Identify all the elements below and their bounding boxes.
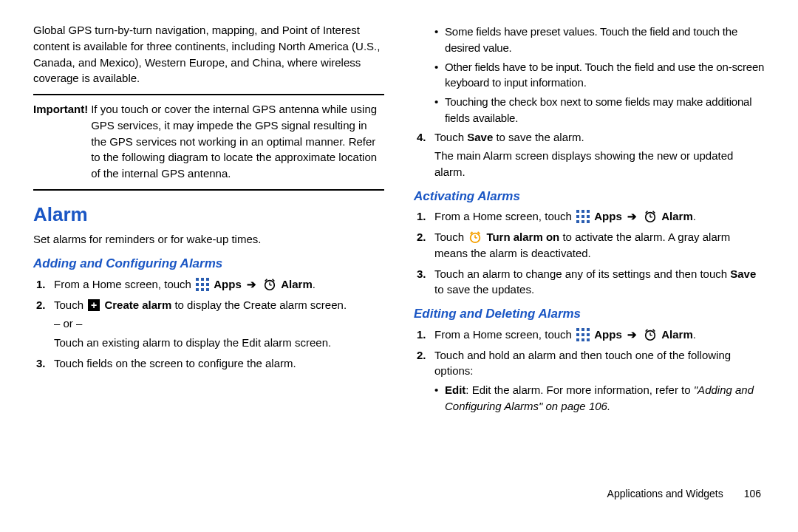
save-label: Save [467,131,493,143]
alarm-label: Alarm [281,278,313,290]
arrow-icon: ➔ [627,328,637,341]
field-notes-list: Some fields have preset values. Touch th… [434,24,765,126]
heading-activating: Activating Alarms [414,188,765,206]
edit-option-edit: Edit: Edit the alarm. For more informati… [434,382,765,415]
step4-result: The main Alarm screen displays showing t… [434,148,765,180]
important-note-box: Important! If you touch or cover the int… [33,94,384,191]
chapter-title: Applications and Widgets [607,488,723,499]
adding-step-2: Touch + Create alarm to display the Crea… [33,297,384,351]
create-alarm-label: Create alarm [104,299,171,311]
field-note-2: Other fields have to be input. Touch the… [434,59,765,92]
field-note-1: Some fields have preset values. Touch th… [434,24,765,56]
adding-steps-list: From a Home screen, touch Apps ➔ Alarm. … [33,276,384,372]
clock-icon [263,278,276,291]
heading-adding: Adding and Configuring Alarms [33,255,384,273]
or-divider: – or – [54,316,384,332]
activating-step-3: Touch an alarm to change any of its sett… [414,266,765,299]
arrow-icon: ➔ [627,210,637,222]
activating-steps-list: From a Home screen, touch Apps ➔ Alarm. … [414,208,765,298]
activating-step-2: Touch Turn alarm on to activate the alar… [414,229,765,262]
adding-step-4-list: Touch Save to save the alarm. The main A… [414,129,765,180]
heading-editing: Editing and Deleting Alarms [414,305,765,324]
adding-step-4: Touch Save to save the alarm. The main A… [414,129,765,180]
column-right: Some fields have preset values. Touch th… [414,22,765,480]
intro-paragraph: Global GPS turn-by-turn navigation, mapp… [33,22,384,86]
column-left: Global GPS turn-by-turn navigation, mapp… [33,22,384,480]
apps-icon [196,278,209,291]
alarm-subtext: Set alarms for reminders or for wake-up … [33,231,384,248]
page-number: 106 [744,488,761,499]
activating-step-1: From a Home screen, touch Apps ➔ Alarm. [414,208,765,225]
plus-icon: + [88,299,100,311]
important-text: If you touch or cover the internal GPS a… [91,101,384,182]
arrow-icon: ➔ [247,278,256,290]
apps-icon [576,210,590,223]
editing-options-list: Edit: Edit the alarm. For more informati… [434,382,765,415]
adding-step-1: From a Home screen, touch Apps ➔ Alarm. [33,276,384,293]
turn-alarm-on-label: Turn alarm on [486,231,559,243]
clock-icon [644,210,657,223]
page-body: Global GPS turn-by-turn navigation, mapp… [0,0,798,488]
editing-step-1: From a Home screen, touch Apps ➔ Alarm. [414,327,765,343]
heading-alarm: Alarm [33,201,384,229]
important-label: Important! [33,101,91,182]
clock-icon [644,328,657,341]
alarm-on-icon [468,231,482,244]
editing-step-2: Touch and hold an alarm and then touch o… [414,347,765,415]
editing-steps-list: From a Home screen, touch Apps ➔ Alarm. … [414,327,765,415]
field-note-3: Touching the check box next to some fiel… [434,94,765,126]
apps-label: Apps [214,278,242,290]
adding-step-3: Touch fields on the screen to configure … [33,355,384,372]
page-footer: Applications and Widgets 106 [0,488,798,499]
apps-icon [576,328,590,341]
step2-alt: Touch an existing alarm to display the E… [54,335,384,351]
